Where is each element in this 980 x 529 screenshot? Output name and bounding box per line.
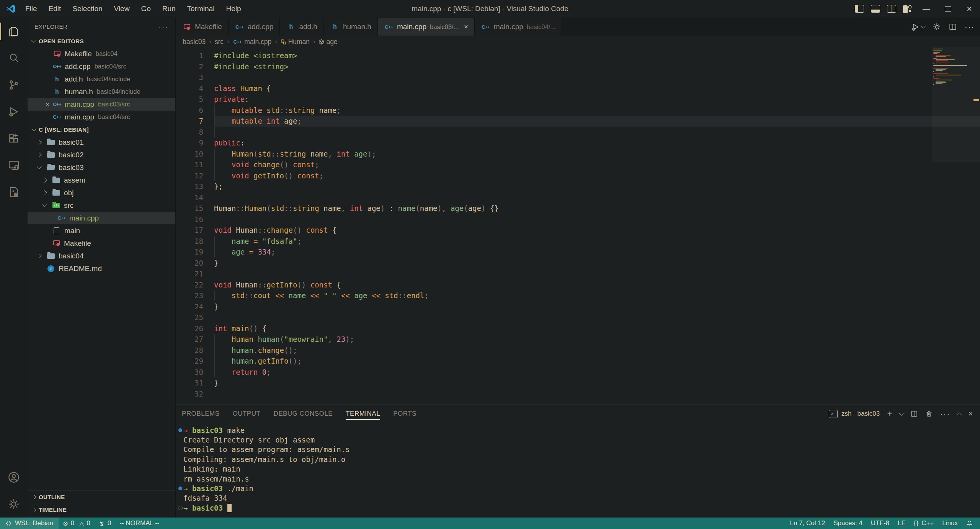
remote-indicator[interactable]: WSL: Debian [0, 518, 59, 529]
code-line: 26int main() { [176, 323, 980, 334]
tree-item[interactable]: basic03 [28, 161, 175, 174]
menu-go[interactable]: Go [136, 3, 155, 15]
open-editors-header[interactable]: OPEN EDITORS [28, 35, 175, 47]
menu-selection[interactable]: Selection [68, 3, 107, 15]
open-editor-item[interactable]: hadd.hbasic04/include [28, 73, 175, 85]
open-editor-item[interactable]: ×C++main.cppbasic03/src [28, 98, 175, 111]
tree-item[interactable]: basic02 [28, 149, 175, 161]
toggle-secondary-sidebar-icon[interactable] [887, 5, 896, 13]
editor-tab[interactable]: Makefile [176, 18, 229, 36]
tree-item[interactable]: basic01 [28, 136, 175, 149]
split-terminal-button[interactable] [910, 410, 918, 418]
terminal-dropdown-icon[interactable] [899, 411, 904, 416]
close-panel-icon[interactable]: × [968, 410, 973, 418]
menu-edit[interactable]: Edit [44, 3, 66, 15]
language-mode[interactable]: {}C++ [910, 518, 938, 529]
problems-indicator[interactable]: ⊗0 △0 [59, 518, 95, 529]
panel-tab-debug-console[interactable]: DEBUG CONSOLE [273, 405, 333, 423]
code-line-content [203, 312, 980, 323]
tree-item[interactable]: C++main.cpp [28, 212, 175, 224]
menu-run[interactable]: Run [158, 3, 180, 15]
tree-item[interactable]: src [28, 199, 175, 212]
notifications-bell[interactable] [962, 518, 977, 529]
settings-gear-icon[interactable] [0, 491, 28, 518]
menu-view[interactable]: View [109, 3, 134, 15]
account-icon[interactable] [0, 464, 28, 491]
kill-terminal-button[interactable] [925, 410, 933, 418]
indentation[interactable]: Spaces: 4 [829, 518, 867, 529]
tree-item[interactable]: assem [28, 174, 175, 186]
minimize-button[interactable]: — [916, 0, 937, 18]
toggle-sidebar-icon[interactable] [855, 5, 864, 13]
breadcrumb-item[interactable]: src [215, 38, 224, 46]
code-line: 19 age = 334; [176, 247, 980, 258]
explorer-more-actions-icon[interactable]: ··· [158, 22, 168, 31]
panel-tab-output[interactable]: OUTPUT [232, 405, 260, 423]
settings-gear-button[interactable] [933, 23, 941, 31]
terminal-output[interactable]: → basic03 makeCreate Directory src obj a… [176, 425, 980, 518]
cursor-position[interactable]: Ln 7, Col 12 [786, 518, 830, 529]
open-editor-item[interactable]: Makefilebasic04 [28, 47, 175, 60]
tree-item[interactable]: obj [28, 186, 175, 199]
maximize-panel-icon[interactable] [957, 412, 962, 417]
error-icon: ⊗ [63, 520, 68, 527]
editor-tab[interactable]: C++main.cppbasic03/...× [378, 18, 475, 36]
folder-icon [52, 190, 60, 196]
breadcrumb-item[interactable]: Human [281, 38, 310, 46]
breadcrumb-item[interactable]: age [318, 38, 337, 46]
open-editor-item[interactable]: C++add.cppbasic04/src [28, 60, 175, 73]
command-decoration[interactable] [177, 428, 183, 432]
menu-terminal[interactable]: Terminal [183, 3, 219, 15]
tab-close-icon[interactable]: × [464, 23, 468, 31]
sidebar-item-explorer[interactable] [0, 18, 28, 45]
vim-mode-indicator[interactable]: -- NORMAL -- [115, 518, 163, 529]
os-indicator[interactable]: Linux [938, 518, 962, 529]
editor-tab[interactable]: C++add.cpp [229, 18, 280, 36]
tree-item[interactable]: iREADME.md [28, 262, 175, 275]
timeline-header[interactable]: TIMELINE [28, 503, 175, 516]
encoding[interactable]: UTF-8 [867, 518, 893, 529]
new-terminal-button[interactable]: + [887, 409, 892, 418]
command-decoration[interactable] [177, 506, 183, 510]
sidebar-item-cpp-tools[interactable] [0, 179, 28, 206]
sidebar-item-source-control[interactable] [0, 72, 28, 98]
editor-more-actions-icon[interactable]: ··· [965, 23, 975, 31]
tree-item-label: basic01 [59, 138, 84, 147]
minimap[interactable] [933, 49, 972, 163]
tree-item[interactable]: main [28, 224, 175, 237]
terminal-instance-label[interactable]: zsh - basic03 [841, 410, 880, 418]
tree-item[interactable]: basic04 [28, 250, 175, 262]
open-editor-item[interactable]: C++main.cppbasic04/src [28, 111, 175, 123]
sidebar-item-extensions[interactable] [0, 125, 28, 152]
close-editor-icon[interactable]: × [43, 101, 52, 108]
workspace-folder-header[interactable]: C [WSL: DEBIAN] [28, 123, 175, 136]
customize-layout-icon[interactable] [903, 5, 912, 12]
panel-tab-terminal[interactable]: TERMINAL [346, 405, 380, 423]
sidebar-item-remote-explorer[interactable] [0, 152, 28, 179]
ports-indicator[interactable]: 0 [95, 518, 115, 529]
editor-tab[interactable]: C++main.cppbasic04/... [475, 18, 562, 36]
panel-more-actions-icon[interactable]: ··· [940, 410, 950, 418]
close-button[interactable]: × [959, 0, 980, 18]
panel-tab-problems[interactable]: PROBLEMS [182, 405, 219, 423]
code-editor[interactable]: 1#include <iostream>2#include <string>34… [176, 48, 980, 404]
outline-header[interactable]: OUTLINE [28, 490, 175, 503]
command-decoration[interactable] [177, 487, 183, 490]
sidebar-item-run-debug[interactable] [0, 98, 28, 125]
sidebar-item-search[interactable] [0, 45, 28, 72]
tree-item[interactable]: Makefile [28, 237, 175, 250]
code-line-content: human.change(); [203, 345, 980, 356]
menu-file[interactable]: File [21, 3, 42, 15]
breadcrumb-item[interactable]: basic03 [183, 38, 206, 46]
panel-tab-ports[interactable]: PORTS [393, 405, 416, 423]
split-editor-button[interactable] [949, 23, 957, 31]
breadcrumb-item[interactable]: C++main.cpp [232, 38, 271, 46]
menu-help[interactable]: Help [221, 3, 245, 15]
eol-sequence[interactable]: LF [893, 518, 910, 529]
run-debug-button[interactable] [911, 23, 925, 31]
editor-tab[interactable]: hhuman.h [324, 18, 378, 36]
restore-button[interactable] [937, 0, 959, 18]
open-editor-item[interactable]: hhuman.hbasic04/include [28, 85, 175, 98]
toggle-panel-icon[interactable] [871, 5, 880, 13]
editor-tab[interactable]: hadd.h [280, 18, 324, 36]
